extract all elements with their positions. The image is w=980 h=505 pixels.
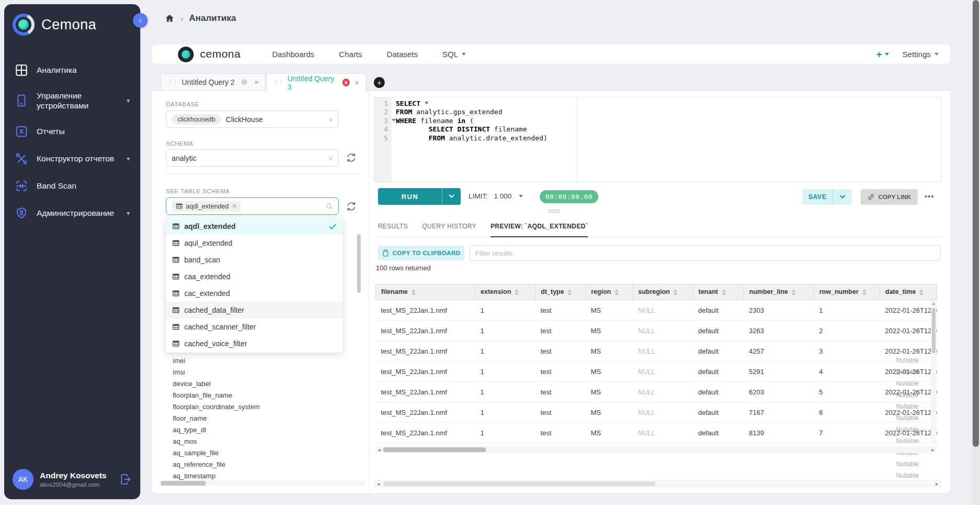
close-icon[interactable]: × (254, 78, 259, 86)
column-header-extension[interactable]: extension (475, 284, 536, 300)
sidebar-item-band-scan[interactable]: Band Scan (4, 172, 140, 200)
sidebar-collapse-button[interactable]: ‹ (133, 13, 148, 28)
user-email: akos2004@gmail.com (40, 481, 113, 488)
sort-icon[interactable] (862, 287, 866, 298)
dropdown-option-aqul_extended[interactable]: aqul_extended (166, 235, 343, 251)
sort-icon[interactable] (919, 287, 923, 298)
add-tab-button[interactable]: + (374, 77, 385, 88)
run-dropdown-button[interactable] (442, 188, 461, 205)
logout-icon[interactable] (119, 473, 132, 486)
scroll-up-icon[interactable]: ▲ (931, 300, 937, 306)
table-cell: test_MS_22Jan.1.nmf (376, 321, 475, 341)
resize-handle[interactable] (548, 210, 560, 214)
editor-pane-hscrollbar[interactable]: ◄ ► (374, 480, 941, 487)
run-button[interactable]: RUN (378, 188, 461, 205)
close-icon[interactable]: × (354, 78, 359, 87)
schema-select[interactable]: analytic ∨ (166, 149, 339, 167)
results-tab-0[interactable]: RESULTS (378, 223, 408, 237)
left-panel-hscrollbar[interactable] (160, 480, 365, 486)
results-table-vscrollbar[interactable]: ▲ (931, 300, 937, 443)
table-cell: MS (586, 361, 633, 382)
refresh-schema-icon[interactable] (346, 152, 357, 163)
sql-editor[interactable]: 12345 SELECT *FROM analytic.gps_extended… (374, 97, 941, 182)
chevron-down-icon: ∨ (328, 155, 333, 162)
query-tab-untitled-query-3[interactable]: ⋮⋮ Untitled Query 3 ✕ × (266, 73, 366, 91)
new-item-button[interactable]: + (876, 49, 889, 60)
header-nav-sql[interactable]: SQL (442, 50, 466, 59)
table-tag[interactable]: aqdl_extended ✕ (172, 201, 241, 212)
user-panel[interactable]: AK Andrey Kosovets akos2004@gmail.com (4, 462, 140, 499)
table-cell: 1 (475, 423, 536, 443)
settings-menu[interactable]: Settings (903, 50, 939, 59)
cemona-logo-icon (13, 14, 35, 36)
database-select[interactable]: clickhousedb ClickHouse ∨ (166, 111, 339, 128)
run-label[interactable]: RUN (378, 188, 442, 205)
sort-icon[interactable] (411, 287, 416, 298)
sort-icon[interactable] (567, 287, 572, 298)
sidebar-item-reports[interactable]: Отчеты (4, 118, 140, 145)
table-icon (172, 256, 180, 264)
header-nav-datasets[interactable]: Datasets (387, 50, 418, 59)
more-actions-button[interactable]: ••• (925, 192, 934, 201)
dropdown-option-aqdl_extended[interactable]: aqdl_extended (166, 218, 343, 235)
drag-handle-icon[interactable]: ⋮⋮ (168, 79, 177, 85)
column-header-filename[interactable]: filename (376, 284, 475, 300)
scroll-right-icon[interactable]: ► (929, 447, 937, 453)
save-dropdown-button[interactable] (832, 189, 852, 205)
dropdown-option-cached_data_filter[interactable]: cached_data_filter (166, 302, 343, 319)
column-header-date_time[interactable]: date_time (880, 284, 937, 300)
drag-handle-icon[interactable]: ⋮⋮ (273, 80, 283, 85)
header-cemona-logo-icon[interactable] (178, 47, 194, 62)
dropdown-option-cached_scanner_filter[interactable]: cached_scanner_filter (166, 319, 343, 335)
limit-control[interactable]: LIMIT: 1 000 (469, 192, 523, 200)
dropdown-option-band_scan[interactable]: band_scan (166, 251, 343, 268)
results-tab-1[interactable]: QUERY HISTORY (422, 223, 476, 237)
remove-tag-icon[interactable]: ✕ (232, 203, 237, 210)
table-cell: default (693, 300, 744, 321)
editor-code[interactable]: SELECT *FROM analytic.gps_extendedWHERE … (392, 97, 941, 182)
results-tab-2[interactable]: PREVIEW: `AQDL_EXTENDED` (491, 223, 588, 237)
sidebar-item-admin-shield[interactable]: Администрирование▾ (4, 200, 140, 227)
copy-link-button[interactable]: COPY LINK (861, 189, 918, 205)
dropdown-option-cac_extended[interactable]: cac_extended (166, 285, 343, 302)
column-header-region[interactable]: region (586, 284, 633, 300)
dropdown-option-caa_extended[interactable]: caa_extended (166, 268, 343, 285)
table-cell: test_MS_22Jan.1.nmf (376, 423, 475, 443)
column-header-tenant[interactable]: tenant (693, 284, 744, 300)
column-header-number_line[interactable]: number_line (744, 284, 814, 300)
scroll-left-icon[interactable]: ◄ (375, 447, 383, 453)
sort-icon[interactable] (673, 287, 677, 298)
query-tab-untitled-query-2[interactable]: ⋮⋮ Untitled Query 2 × (161, 73, 265, 91)
column-header-subregion[interactable]: subregion (633, 284, 693, 300)
filter-results-input[interactable] (470, 245, 941, 261)
column-type: Nullable (896, 460, 919, 468)
scroll-left-icon[interactable]: ◄ (375, 481, 382, 487)
sidebar-item-analytics-grid[interactable]: Аналитика (4, 57, 140, 84)
sidebar-item-report-builder[interactable]: Конструктор отчетов▾ (4, 145, 140, 172)
table-cell: test_MS_22Jan.1.nmf (376, 300, 475, 321)
column-header-dt_type[interactable]: dt_type (536, 284, 586, 300)
dropdown-option-cached_voice_filter[interactable]: cached_voice_filter (166, 335, 343, 352)
table-cell: 1 (475, 382, 536, 402)
left-panel-vscrollbar[interactable] (357, 234, 361, 293)
refresh-tables-icon[interactable] (346, 201, 357, 212)
header-nav-dashboards[interactable]: Dashboards (272, 50, 315, 59)
sidebar-item-devices[interactable]: Управление устройствами▾ (4, 84, 140, 118)
copy-to-clipboard-button[interactable]: COPY TO CLIPBOARD (378, 246, 464, 260)
sort-icon[interactable] (722, 287, 726, 298)
page-vscrollbar[interactable] (972, 0, 980, 505)
results-table-hscrollbar[interactable]: ◄ ► (375, 446, 937, 453)
table-cell: 2303 (744, 300, 814, 321)
home-icon[interactable] (164, 13, 175, 24)
copy-to-clipboard-label: COPY TO CLIPBOARD (393, 250, 461, 256)
sort-icon[interactable] (792, 287, 796, 298)
header-brand[interactable]: cemona (200, 48, 241, 60)
sort-icon[interactable] (615, 287, 619, 298)
sort-icon[interactable] (515, 287, 519, 298)
table-select[interactable]: aqdl_extended ✕ (166, 197, 339, 215)
scroll-right-icon[interactable]: ► (933, 481, 941, 487)
header-nav-charts[interactable]: Charts (339, 50, 362, 59)
column-header-row_number[interactable]: row_number (814, 284, 880, 300)
save-label[interactable]: SAVE (803, 189, 832, 205)
save-button[interactable]: SAVE (803, 189, 852, 205)
